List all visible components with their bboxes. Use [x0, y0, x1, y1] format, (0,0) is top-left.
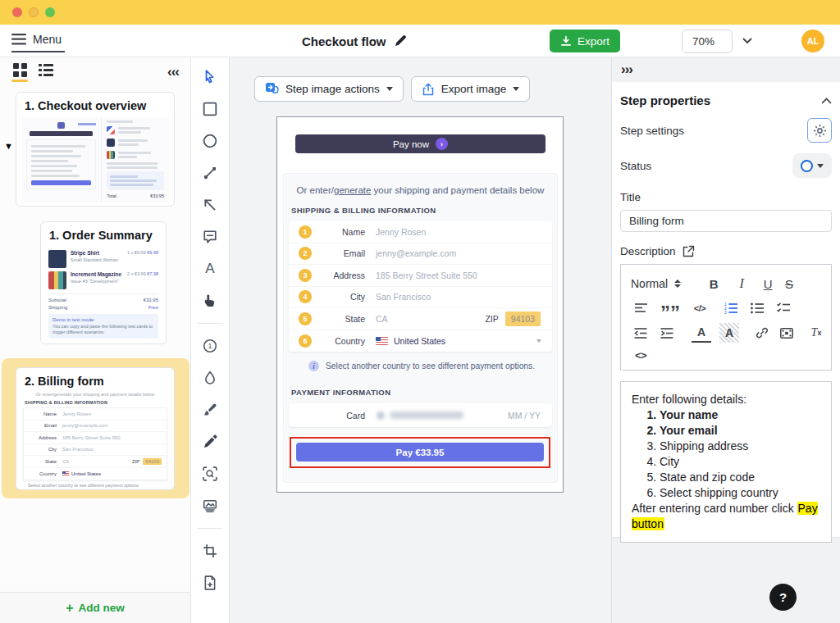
export-image-button[interactable]: Export image [411, 76, 531, 102]
text-icon: A [205, 261, 214, 277]
description-outro: After entering card number click Pay but… [632, 501, 820, 532]
collapse-sidebar-icon[interactable]: ‹‹‹ [167, 64, 179, 80]
status-label: Status [620, 160, 651, 172]
thumbnail-preview: Stripe Shirt Small Standard Woman 1 x €9… [41, 245, 166, 340]
status-dropdown[interactable] [792, 153, 832, 178]
link-button[interactable] [752, 323, 772, 343]
paintbrush-icon [203, 402, 217, 417]
step-thumbnail-order-summary[interactable]: 1. Order Summary Stripe Shirt Small Stan… [40, 221, 167, 344]
description-intro: Enter following details: [632, 392, 820, 407]
step-properties-panel: ››› Step properties Step settings Status [611, 57, 840, 623]
bullet-list-button[interactable] [747, 298, 767, 318]
select-tool[interactable] [199, 66, 221, 89]
chevron-right-icon: › [436, 138, 448, 150]
code-block-button[interactable]: </> [690, 298, 710, 318]
clear-formatting-button[interactable]: Tx [806, 323, 826, 343]
dropdown-caret-icon [817, 164, 824, 168]
comment-tool[interactable] [199, 225, 221, 248]
avatar[interactable]: AL [801, 30, 824, 52]
step-settings-button[interactable] [807, 118, 832, 143]
field-row-state-zip: 5 State CA ZIP 94103 [289, 308, 552, 330]
pay-now-button: Pay now › [295, 134, 546, 153]
blur-tool[interactable] [199, 366, 221, 389]
connector-tool[interactable] [199, 161, 221, 184]
us-flag-icon [62, 471, 69, 476]
hamburger-icon [11, 34, 26, 45]
indent-button[interactable] [657, 323, 677, 343]
step-thumbnail-billing-form[interactable]: 2. Billing form Or enter/generate your s… [16, 367, 175, 490]
add-new-step-button[interactable]: + Add new [66, 601, 125, 616]
minimize-window-button[interactable] [29, 7, 39, 17]
circle-icon [203, 134, 217, 148]
fullscreen-window-button[interactable] [45, 7, 55, 17]
zoom-level-input[interactable] [682, 30, 733, 53]
outdent-button[interactable] [631, 323, 651, 343]
italic-button[interactable]: I [732, 274, 751, 293]
inline-code-button[interactable]: <> [631, 345, 651, 365]
underline-button[interactable]: U [758, 274, 778, 293]
ellipse-tool[interactable] [199, 130, 221, 152]
image-overlay-tool[interactable] [199, 494, 221, 517]
annotation-toolbar: A 1 [191, 57, 230, 623]
menu-button[interactable]: Menu [11, 30, 65, 52]
step-screenshot[interactable]: Pay now › Or enter/generate your shippin… [276, 116, 564, 493]
image-actions-icon [265, 82, 279, 96]
zoom-dropdown-chevron-icon[interactable] [742, 38, 752, 44]
generate-link: generate [334, 185, 371, 195]
zoom-region-tool[interactable] [199, 462, 221, 485]
step-expand-marker-icon[interactable]: ▼ [4, 141, 13, 151]
arrow-tool[interactable] [199, 193, 221, 216]
click-pointer-tool[interactable] [199, 289, 221, 312]
replace-image-tool[interactable] [199, 571, 221, 594]
paragraph-format-select[interactable]: Normal [631, 277, 681, 290]
open-external-icon[interactable] [682, 245, 695, 257]
check-list-button[interactable] [774, 298, 793, 318]
panel-title: Step properties [620, 93, 710, 107]
thumbnail-list: ▼ 1. Checkout overview [0, 87, 190, 592]
editor-canvas[interactable]: Step image actions Export image Pay now … [230, 57, 611, 623]
rectangle-tool[interactable] [199, 98, 221, 121]
help-button[interactable]: ? [769, 584, 797, 611]
crop-tool[interactable] [199, 539, 221, 562]
strikethrough-button[interactable]: S [779, 274, 799, 293]
chevron-up-icon[interactable] [821, 98, 832, 104]
description-editor[interactable]: Enter following details: Your name Your … [620, 381, 832, 543]
droplet-icon [203, 371, 217, 385]
export-button[interactable]: Export [550, 30, 620, 52]
marker-pen-icon [203, 434, 217, 449]
bold-button[interactable]: B [704, 274, 724, 293]
product-thumbnail [107, 139, 115, 147]
background-color-button[interactable]: A [719, 323, 739, 343]
text-color-button[interactable]: A [692, 323, 711, 343]
red-rectangle-annotation[interactable]: Pay €33.95 [290, 437, 550, 468]
field-row-name: 1 Name Jenny Rosen [289, 221, 552, 243]
step-badge-4: 4 [299, 290, 312, 303]
product-desc: Issue #3 "Development" [71, 279, 123, 284]
zip-highlight: 94103 [505, 312, 541, 326]
edit-title-icon[interactable] [395, 35, 406, 47]
blockquote-button[interactable]: ”” [660, 298, 680, 318]
video-button[interactable] [777, 323, 797, 343]
grid-view-toggle[interactable] [11, 63, 28, 82]
step-thumbnail-checkout-overview[interactable]: 1. Checkout overview [16, 92, 175, 207]
focus-magnifier-icon [203, 466, 217, 481]
marker-tool[interactable] [199, 430, 221, 453]
collapse-panel-icon[interactable]: ››› [621, 61, 632, 78]
align-button[interactable] [631, 298, 651, 318]
ordered-list-button[interactable]: 123 [721, 298, 741, 318]
step-title-input[interactable] [620, 210, 832, 232]
pay-amount-button: Pay €33.95 [296, 443, 544, 462]
product-name: Stripe Shirt [71, 250, 123, 256]
step-number-tool[interactable]: 1 [199, 334, 221, 357]
thumbnail-title: 1. Order Summary [41, 222, 166, 245]
list-view-toggle[interactable] [38, 64, 54, 81]
text-tool[interactable]: A [199, 257, 221, 280]
crop-icon [203, 543, 217, 558]
step-image-actions-button[interactable]: Step image actions [254, 76, 404, 102]
brush-tool[interactable] [199, 398, 221, 421]
step-settings-label: Step settings [620, 125, 684, 137]
close-window-button[interactable] [12, 7, 22, 17]
dropdown-caret-icon [386, 87, 393, 91]
toolbar-divider [198, 528, 222, 529]
thumbnail-preview: Total €33.95 [21, 117, 169, 202]
